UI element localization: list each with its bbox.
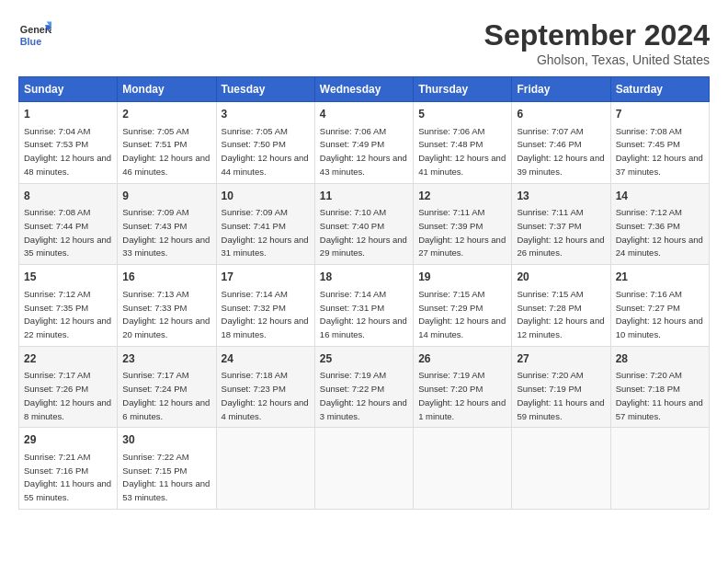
table-row: 13 Sunrise: 7:11 AMSunset: 7:37 PMDaylig… [512, 183, 610, 265]
col-sunday: Sunday [19, 77, 118, 102]
table-row: 17 Sunrise: 7:14 AMSunset: 7:32 PMDaylig… [216, 265, 314, 347]
col-friday: Friday [512, 77, 610, 102]
day-info: Sunrise: 7:12 AMSunset: 7:36 PMDaylight:… [616, 207, 703, 258]
table-row: 8 Sunrise: 7:08 AMSunset: 7:44 PMDayligh… [19, 183, 118, 265]
day-info: Sunrise: 7:13 AMSunset: 7:33 PMDaylight:… [122, 289, 210, 339]
day-number: 9 [122, 189, 210, 204]
day-number: 27 [517, 351, 605, 367]
day-number: 23 [122, 351, 210, 367]
day-info: Sunrise: 7:19 AMSunset: 7:22 PMDaylight:… [320, 370, 407, 420]
day-number: 30 [122, 432, 210, 448]
day-number: 22 [24, 351, 112, 367]
day-info: Sunrise: 7:09 AMSunset: 7:43 PMDaylight:… [122, 207, 210, 258]
day-info: Sunrise: 7:15 AMSunset: 7:28 PMDaylight:… [517, 289, 604, 339]
day-info: Sunrise: 7:12 AMSunset: 7:35 PMDaylight:… [24, 289, 111, 339]
table-row: 30 Sunrise: 7:22 AMSunset: 7:15 PMDaylig… [118, 428, 216, 510]
calendar-week-row: 1 Sunrise: 7:04 AMSunset: 7:53 PMDayligh… [19, 102, 710, 184]
calendar-week-row: 15 Sunrise: 7:12 AMSunset: 7:35 PMDaylig… [19, 265, 710, 347]
table-row: 4 Sunrise: 7:06 AMSunset: 7:49 PMDayligh… [314, 102, 413, 184]
day-info: Sunrise: 7:09 AMSunset: 7:41 PMDaylight:… [222, 207, 309, 258]
table-row: 10 Sunrise: 7:09 AMSunset: 7:41 PMDaylig… [216, 183, 314, 265]
day-number: 24 [222, 351, 310, 367]
table-row [610, 428, 709, 510]
table-row: 15 Sunrise: 7:12 AMSunset: 7:35 PMDaylig… [19, 265, 118, 347]
table-row: 7 Sunrise: 7:08 AMSunset: 7:45 PMDayligh… [610, 102, 709, 184]
table-row: 6 Sunrise: 7:07 AMSunset: 7:46 PMDayligh… [512, 102, 610, 184]
logo: General Blue [18, 18, 51, 52]
table-row [414, 428, 512, 510]
table-row: 24 Sunrise: 7:18 AMSunset: 7:23 PMDaylig… [216, 346, 314, 428]
day-info: Sunrise: 7:20 AMSunset: 7:19 PMDaylight:… [517, 370, 604, 420]
day-number: 7 [616, 107, 704, 122]
table-row: 12 Sunrise: 7:11 AMSunset: 7:39 PMDaylig… [414, 183, 512, 265]
table-row: 1 Sunrise: 7:04 AMSunset: 7:53 PMDayligh… [19, 102, 118, 184]
day-info: Sunrise: 7:08 AMSunset: 7:45 PMDaylight:… [616, 126, 703, 177]
table-row: 26 Sunrise: 7:19 AMSunset: 7:20 PMDaylig… [414, 346, 512, 428]
col-tuesday: Tuesday [216, 77, 314, 102]
day-number: 19 [418, 270, 506, 285]
month-title: September 2024 [484, 18, 710, 52]
day-number: 21 [616, 270, 704, 285]
day-info: Sunrise: 7:14 AMSunset: 7:31 PMDaylight:… [320, 289, 407, 339]
day-info: Sunrise: 7:22 AMSunset: 7:15 PMDaylight:… [122, 452, 210, 502]
day-info: Sunrise: 7:21 AMSunset: 7:16 PMDaylight:… [24, 452, 111, 502]
table-row: 20 Sunrise: 7:15 AMSunset: 7:28 PMDaylig… [512, 265, 610, 347]
table-row: 28 Sunrise: 7:20 AMSunset: 7:18 PMDaylig… [610, 346, 709, 428]
table-row [314, 428, 413, 510]
day-info: Sunrise: 7:20 AMSunset: 7:18 PMDaylight:… [616, 370, 703, 420]
logo-icon: General Blue [18, 18, 51, 52]
day-info: Sunrise: 7:17 AMSunset: 7:24 PMDaylight:… [122, 370, 210, 420]
day-info: Sunrise: 7:04 AMSunset: 7:53 PMDaylight:… [24, 126, 111, 177]
table-row: 18 Sunrise: 7:14 AMSunset: 7:31 PMDaylig… [314, 265, 413, 347]
table-row: 19 Sunrise: 7:15 AMSunset: 7:29 PMDaylig… [414, 265, 512, 347]
day-number: 14 [616, 189, 704, 204]
day-info: Sunrise: 7:10 AMSunset: 7:40 PMDaylight:… [320, 207, 407, 258]
day-number: 20 [517, 270, 605, 285]
day-number: 26 [418, 351, 506, 367]
day-info: Sunrise: 7:11 AMSunset: 7:37 PMDaylight:… [517, 207, 604, 258]
table-row: 25 Sunrise: 7:19 AMSunset: 7:22 PMDaylig… [314, 346, 413, 428]
header: General Blue September 2024 Gholson, Tex… [18, 18, 710, 67]
table-row: 21 Sunrise: 7:16 AMSunset: 7:27 PMDaylig… [610, 265, 709, 347]
day-number: 11 [320, 189, 408, 204]
col-saturday: Saturday [610, 77, 709, 102]
calendar-table: Sunday Monday Tuesday Wednesday Thursday… [18, 76, 710, 510]
table-row: 22 Sunrise: 7:17 AMSunset: 7:26 PMDaylig… [19, 346, 118, 428]
day-number: 4 [320, 107, 408, 122]
col-wednesday: Wednesday [314, 77, 413, 102]
title-block: September 2024 Gholson, Texas, United St… [484, 18, 710, 67]
day-number: 8 [24, 189, 112, 204]
calendar-week-row: 22 Sunrise: 7:17 AMSunset: 7:26 PMDaylig… [19, 346, 710, 428]
table-row: 5 Sunrise: 7:06 AMSunset: 7:48 PMDayligh… [414, 102, 512, 184]
day-info: Sunrise: 7:17 AMSunset: 7:26 PMDaylight:… [24, 370, 111, 420]
table-row: 2 Sunrise: 7:05 AMSunset: 7:51 PMDayligh… [118, 102, 216, 184]
calendar-week-row: 8 Sunrise: 7:08 AMSunset: 7:44 PMDayligh… [19, 183, 710, 265]
day-number: 13 [517, 189, 605, 204]
table-row [216, 428, 314, 510]
day-info: Sunrise: 7:05 AMSunset: 7:50 PMDaylight:… [222, 126, 309, 177]
day-number: 12 [418, 189, 506, 204]
calendar-header-row: Sunday Monday Tuesday Wednesday Thursday… [19, 77, 710, 102]
day-info: Sunrise: 7:15 AMSunset: 7:29 PMDaylight:… [418, 289, 506, 339]
col-thursday: Thursday [414, 77, 512, 102]
day-number: 18 [320, 270, 408, 285]
table-row: 9 Sunrise: 7:09 AMSunset: 7:43 PMDayligh… [118, 183, 216, 265]
day-info: Sunrise: 7:05 AMSunset: 7:51 PMDaylight:… [122, 126, 210, 177]
day-number: 6 [517, 107, 605, 122]
table-row: 27 Sunrise: 7:20 AMSunset: 7:19 PMDaylig… [512, 346, 610, 428]
day-info: Sunrise: 7:14 AMSunset: 7:32 PMDaylight:… [222, 289, 309, 339]
day-info: Sunrise: 7:18 AMSunset: 7:23 PMDaylight:… [222, 370, 309, 420]
day-number: 2 [122, 107, 210, 122]
day-number: 16 [122, 270, 210, 285]
svg-text:Blue: Blue [20, 36, 41, 47]
calendar-week-row: 29 Sunrise: 7:21 AMSunset: 7:16 PMDaylig… [19, 428, 710, 510]
day-number: 15 [24, 270, 112, 285]
day-info: Sunrise: 7:07 AMSunset: 7:46 PMDaylight:… [517, 126, 604, 177]
day-number: 1 [24, 107, 112, 122]
table-row: 16 Sunrise: 7:13 AMSunset: 7:33 PMDaylig… [118, 265, 216, 347]
day-info: Sunrise: 7:06 AMSunset: 7:48 PMDaylight:… [418, 126, 506, 177]
day-info: Sunrise: 7:19 AMSunset: 7:20 PMDaylight:… [418, 370, 506, 420]
day-info: Sunrise: 7:11 AMSunset: 7:39 PMDaylight:… [418, 207, 506, 258]
day-number: 28 [616, 351, 704, 367]
day-number: 25 [320, 351, 408, 367]
